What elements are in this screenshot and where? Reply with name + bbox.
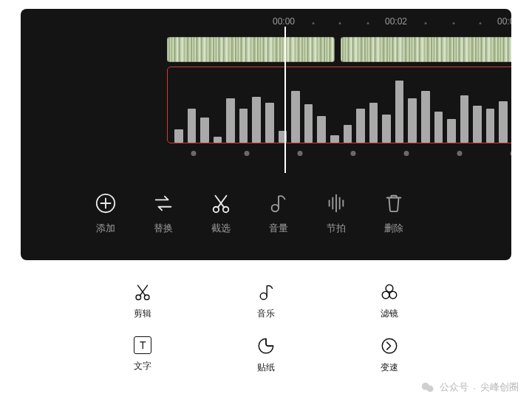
filter-feature[interactable]: 滤镜 [380,282,399,320]
delete-button[interactable]: 删除 [383,192,405,235]
tick-dot [367,22,369,24]
watermark-name: 尖峰创圈 [480,381,519,394]
svg-point-15 [382,291,389,299]
video-clip[interactable] [341,37,511,62]
waveform-bar [200,118,209,143]
speed-feature[interactable]: 变速 [380,336,399,374]
text-feature[interactable]: T 文字 [134,336,151,374]
speed-icon [380,336,399,356]
waveform-bar [252,97,261,143]
playhead[interactable] [284,27,286,173]
waveform-bar [174,129,183,143]
music-note-icon [256,282,276,302]
beat-marker[interactable] [457,151,463,156]
time-ruler: 00:0000:0200:04 [21,9,511,35]
waveform-bar [239,109,248,143]
time-label: 00:00 [273,16,295,27]
beat-marker-row [167,148,511,161]
add-button[interactable]: 添加 [95,192,117,235]
waveform-bar [460,95,469,143]
tick-dot [339,22,341,24]
speed-label: 变速 [381,361,398,374]
sticker-feature[interactable]: 贴纸 [256,336,276,374]
sticker-label: 贴纸 [257,361,275,374]
music-note-icon [267,192,290,214]
beat-marker[interactable] [511,151,512,156]
swap-icon [152,192,174,214]
waveform-bar [486,109,495,143]
video-clip[interactable] [167,37,335,62]
text-icon: T [134,336,151,354]
svg-point-16 [389,291,397,299]
beat-label: 节拍 [327,222,346,235]
volume-button[interactable]: 音量 [267,192,290,235]
beat-marker[interactable] [298,151,303,156]
waveform-bar [226,98,235,143]
waveform-bar [317,116,326,143]
waveform-bar [344,125,352,143]
edit-feature[interactable]: 剪辑 [133,282,152,320]
tick-dot [480,22,482,24]
waveform-bar [188,109,197,143]
waveform-bar [291,91,300,143]
waveform-bar [421,91,430,143]
svg-point-14 [386,285,393,292]
video-editor-panel: 00:0000:0200:04 添加 替换 截选 音量 [21,9,511,260]
svg-point-19 [427,386,434,392]
add-label: 添加 [96,222,115,235]
beat-button[interactable]: 节拍 [325,192,347,235]
tick-dot [313,22,315,24]
waveform-bar [408,98,417,143]
time-label: 00:02 [385,16,407,27]
waveform-bar [265,103,274,143]
waveform-bar [447,119,456,143]
timeline[interactable]: 00:0000:0200:04 [21,9,511,186]
swap-button[interactable]: 替换 [152,192,174,235]
plus-circle-icon [95,192,117,214]
audio-bars-icon [325,192,347,214]
waveform-bar [434,112,443,143]
wechat-icon [420,380,435,395]
beat-marker[interactable] [245,151,250,156]
text-label: 文字 [134,360,151,373]
cut-button[interactable]: 截选 [210,192,232,235]
filter-circles-icon [380,282,399,302]
waveform-bar [330,135,339,143]
music-feature[interactable]: 音乐 [256,282,276,320]
tick-dot [453,22,455,24]
clip-toolbar: 添加 替换 截选 音量 节拍 删除 [21,186,511,248]
waveform-bar [382,115,391,143]
feature-grid: 剪辑 音乐 滤镜 T 文字 贴纸 变速 [0,260,532,374]
svg-point-13 [260,293,267,299]
scissors-icon [133,282,152,302]
scissors-icon [210,192,232,214]
audio-track[interactable] [167,67,511,143]
watermark-sep: · [473,382,476,393]
delete-label: 删除 [384,222,403,235]
watermark: 公众号 · 尖峰创圈 [420,380,519,395]
beat-marker[interactable] [351,151,356,156]
time-label: 00:04 [497,16,511,27]
waveform-bar [356,109,365,143]
beat-marker[interactable] [404,151,409,156]
video-track[interactable] [167,37,511,62]
waveform-bar [473,106,482,143]
beat-marker[interactable] [191,151,197,156]
cut-label: 截选 [211,222,231,235]
svg-point-17 [382,339,397,353]
volume-label: 音量 [269,222,288,235]
watermark-prefix: 公众号 [440,381,468,394]
trash-icon [383,192,405,214]
waveform-bar [369,103,378,143]
svg-point-5 [272,205,279,211]
edit-label: 剪辑 [134,307,151,320]
swap-label: 替换 [154,222,173,235]
tick-dot [425,22,427,24]
waveform-bar [395,81,404,143]
music-label: 音乐 [257,307,275,320]
waveform-bar [304,104,313,143]
sticker-icon [256,336,276,356]
waveform-bar [214,137,222,143]
filter-label: 滤镜 [381,307,398,320]
waveform-bar [499,101,508,143]
